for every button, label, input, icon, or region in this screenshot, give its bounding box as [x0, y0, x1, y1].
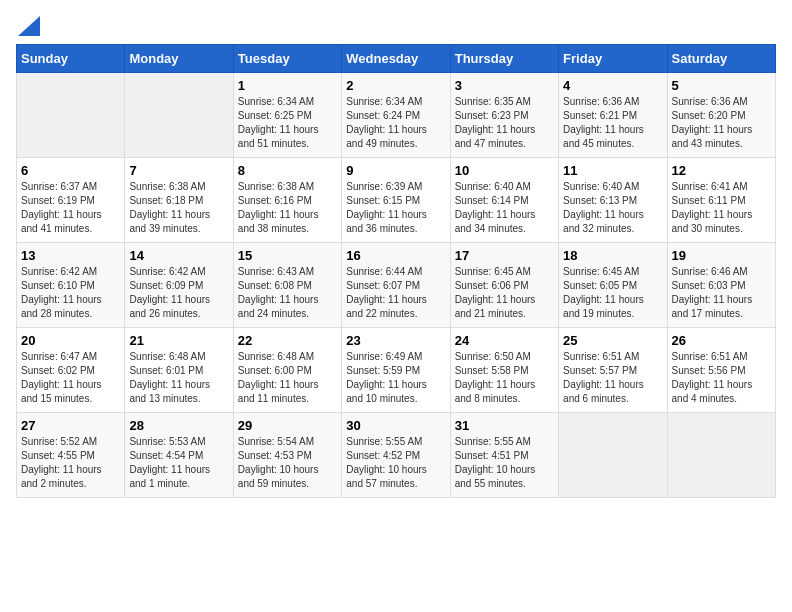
page-header [16, 16, 776, 32]
header-day-friday: Friday [559, 45, 667, 73]
day-number: 18 [563, 248, 662, 263]
week-row-4: 20Sunrise: 6:47 AM Sunset: 6:02 PM Dayli… [17, 328, 776, 413]
calendar-cell: 10Sunrise: 6:40 AM Sunset: 6:14 PM Dayli… [450, 158, 558, 243]
calendar-cell: 1Sunrise: 6:34 AM Sunset: 6:25 PM Daylig… [233, 73, 341, 158]
day-info: Sunrise: 5:54 AM Sunset: 4:53 PM Dayligh… [238, 435, 337, 491]
calendar-cell: 29Sunrise: 5:54 AM Sunset: 4:53 PM Dayli… [233, 413, 341, 498]
day-number: 23 [346, 333, 445, 348]
day-info: Sunrise: 6:44 AM Sunset: 6:07 PM Dayligh… [346, 265, 445, 321]
calendar-cell: 2Sunrise: 6:34 AM Sunset: 6:24 PM Daylig… [342, 73, 450, 158]
header-day-saturday: Saturday [667, 45, 775, 73]
calendar-header: SundayMondayTuesdayWednesdayThursdayFrid… [17, 45, 776, 73]
day-info: Sunrise: 6:40 AM Sunset: 6:14 PM Dayligh… [455, 180, 554, 236]
calendar-cell: 23Sunrise: 6:49 AM Sunset: 5:59 PM Dayli… [342, 328, 450, 413]
header-day-wednesday: Wednesday [342, 45, 450, 73]
day-number: 2 [346, 78, 445, 93]
day-info: Sunrise: 6:37 AM Sunset: 6:19 PM Dayligh… [21, 180, 120, 236]
day-info: Sunrise: 5:52 AM Sunset: 4:55 PM Dayligh… [21, 435, 120, 491]
day-info: Sunrise: 6:46 AM Sunset: 6:03 PM Dayligh… [672, 265, 771, 321]
day-number: 8 [238, 163, 337, 178]
header-day-tuesday: Tuesday [233, 45, 341, 73]
calendar-cell: 21Sunrise: 6:48 AM Sunset: 6:01 PM Dayli… [125, 328, 233, 413]
header-day-monday: Monday [125, 45, 233, 73]
day-info: Sunrise: 6:45 AM Sunset: 6:05 PM Dayligh… [563, 265, 662, 321]
calendar-cell: 11Sunrise: 6:40 AM Sunset: 6:13 PM Dayli… [559, 158, 667, 243]
calendar-table: SundayMondayTuesdayWednesdayThursdayFrid… [16, 44, 776, 498]
day-info: Sunrise: 6:40 AM Sunset: 6:13 PM Dayligh… [563, 180, 662, 236]
calendar-cell: 5Sunrise: 6:36 AM Sunset: 6:20 PM Daylig… [667, 73, 775, 158]
calendar-cell: 3Sunrise: 6:35 AM Sunset: 6:23 PM Daylig… [450, 73, 558, 158]
day-number: 16 [346, 248, 445, 263]
calendar-cell: 15Sunrise: 6:43 AM Sunset: 6:08 PM Dayli… [233, 243, 341, 328]
day-number: 15 [238, 248, 337, 263]
header-row: SundayMondayTuesdayWednesdayThursdayFrid… [17, 45, 776, 73]
logo-triangle-icon [18, 16, 40, 36]
day-info: Sunrise: 6:34 AM Sunset: 6:24 PM Dayligh… [346, 95, 445, 151]
day-number: 29 [238, 418, 337, 433]
calendar-cell: 24Sunrise: 6:50 AM Sunset: 5:58 PM Dayli… [450, 328, 558, 413]
day-info: Sunrise: 6:42 AM Sunset: 6:09 PM Dayligh… [129, 265, 228, 321]
day-number: 28 [129, 418, 228, 433]
calendar-cell [125, 73, 233, 158]
week-row-2: 6Sunrise: 6:37 AM Sunset: 6:19 PM Daylig… [17, 158, 776, 243]
day-info: Sunrise: 6:43 AM Sunset: 6:08 PM Dayligh… [238, 265, 337, 321]
day-number: 5 [672, 78, 771, 93]
logo [16, 16, 40, 32]
day-number: 13 [21, 248, 120, 263]
day-number: 10 [455, 163, 554, 178]
calendar-cell: 13Sunrise: 6:42 AM Sunset: 6:10 PM Dayli… [17, 243, 125, 328]
calendar-cell: 14Sunrise: 6:42 AM Sunset: 6:09 PM Dayli… [125, 243, 233, 328]
calendar-cell: 27Sunrise: 5:52 AM Sunset: 4:55 PM Dayli… [17, 413, 125, 498]
day-number: 26 [672, 333, 771, 348]
header-day-thursday: Thursday [450, 45, 558, 73]
day-number: 7 [129, 163, 228, 178]
day-info: Sunrise: 6:50 AM Sunset: 5:58 PM Dayligh… [455, 350, 554, 406]
day-number: 9 [346, 163, 445, 178]
day-info: Sunrise: 6:51 AM Sunset: 5:57 PM Dayligh… [563, 350, 662, 406]
day-number: 4 [563, 78, 662, 93]
day-info: Sunrise: 5:55 AM Sunset: 4:52 PM Dayligh… [346, 435, 445, 491]
calendar-cell: 20Sunrise: 6:47 AM Sunset: 6:02 PM Dayli… [17, 328, 125, 413]
day-info: Sunrise: 5:55 AM Sunset: 4:51 PM Dayligh… [455, 435, 554, 491]
day-info: Sunrise: 6:42 AM Sunset: 6:10 PM Dayligh… [21, 265, 120, 321]
week-row-3: 13Sunrise: 6:42 AM Sunset: 6:10 PM Dayli… [17, 243, 776, 328]
calendar-cell: 8Sunrise: 6:38 AM Sunset: 6:16 PM Daylig… [233, 158, 341, 243]
day-info: Sunrise: 6:48 AM Sunset: 6:00 PM Dayligh… [238, 350, 337, 406]
day-number: 11 [563, 163, 662, 178]
day-number: 20 [21, 333, 120, 348]
day-number: 27 [21, 418, 120, 433]
svg-marker-0 [18, 16, 40, 36]
day-number: 3 [455, 78, 554, 93]
calendar-cell: 17Sunrise: 6:45 AM Sunset: 6:06 PM Dayli… [450, 243, 558, 328]
calendar-cell: 18Sunrise: 6:45 AM Sunset: 6:05 PM Dayli… [559, 243, 667, 328]
day-info: Sunrise: 6:39 AM Sunset: 6:15 PM Dayligh… [346, 180, 445, 236]
week-row-1: 1Sunrise: 6:34 AM Sunset: 6:25 PM Daylig… [17, 73, 776, 158]
calendar-cell [559, 413, 667, 498]
calendar-cell: 6Sunrise: 6:37 AM Sunset: 6:19 PM Daylig… [17, 158, 125, 243]
calendar-cell: 16Sunrise: 6:44 AM Sunset: 6:07 PM Dayli… [342, 243, 450, 328]
calendar-cell: 28Sunrise: 5:53 AM Sunset: 4:54 PM Dayli… [125, 413, 233, 498]
calendar-cell: 4Sunrise: 6:36 AM Sunset: 6:21 PM Daylig… [559, 73, 667, 158]
calendar-cell: 7Sunrise: 6:38 AM Sunset: 6:18 PM Daylig… [125, 158, 233, 243]
day-number: 14 [129, 248, 228, 263]
day-number: 30 [346, 418, 445, 433]
logo-text-block [16, 16, 40, 32]
day-number: 12 [672, 163, 771, 178]
day-number: 22 [238, 333, 337, 348]
calendar-cell: 26Sunrise: 6:51 AM Sunset: 5:56 PM Dayli… [667, 328, 775, 413]
day-number: 1 [238, 78, 337, 93]
day-info: Sunrise: 6:36 AM Sunset: 6:21 PM Dayligh… [563, 95, 662, 151]
day-number: 31 [455, 418, 554, 433]
calendar-cell [17, 73, 125, 158]
calendar-cell [667, 413, 775, 498]
calendar-cell: 12Sunrise: 6:41 AM Sunset: 6:11 PM Dayli… [667, 158, 775, 243]
day-info: Sunrise: 6:48 AM Sunset: 6:01 PM Dayligh… [129, 350, 228, 406]
day-info: Sunrise: 6:45 AM Sunset: 6:06 PM Dayligh… [455, 265, 554, 321]
day-info: Sunrise: 5:53 AM Sunset: 4:54 PM Dayligh… [129, 435, 228, 491]
day-number: 24 [455, 333, 554, 348]
day-info: Sunrise: 6:38 AM Sunset: 6:16 PM Dayligh… [238, 180, 337, 236]
day-info: Sunrise: 6:34 AM Sunset: 6:25 PM Dayligh… [238, 95, 337, 151]
calendar-cell: 25Sunrise: 6:51 AM Sunset: 5:57 PM Dayli… [559, 328, 667, 413]
calendar-cell: 22Sunrise: 6:48 AM Sunset: 6:00 PM Dayli… [233, 328, 341, 413]
header-day-sunday: Sunday [17, 45, 125, 73]
